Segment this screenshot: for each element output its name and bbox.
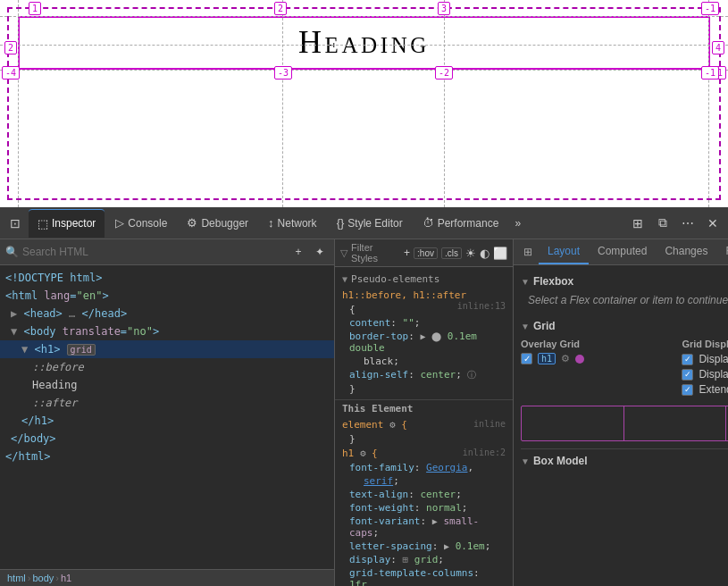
- pseudo-source: inline:13: [457, 301, 506, 311]
- tab-layout[interactable]: Layout: [539, 239, 589, 264]
- css-prop-font-family[interactable]: font-family: Georgia,: [335, 461, 513, 474]
- tab-performance[interactable]: ⏱ Performance: [414, 209, 508, 238]
- filter-label: Filter Styles: [351, 242, 397, 264]
- css-prop-display[interactable]: display: ⊞ grid;: [335, 553, 513, 566]
- pseudo-elements-section-header[interactable]: ▼ Pseudo-elements: [335, 271, 513, 288]
- css-val-border-arrow[interactable]: ▶: [420, 331, 425, 341]
- responsive-design-btn[interactable]: ⊞: [626, 212, 649, 235]
- breadcrumb-html[interactable]: html: [7, 573, 26, 583]
- css-grid-template-columns-val: 1fr: [349, 579, 367, 586]
- devtools-panel: ⊡ ⬚ Inspector ▷ Console ⚙ Debugger ↕ Net…: [0, 207, 728, 586]
- search-input[interactable]: [22, 246, 286, 258]
- css-prop-letter-spacing[interactable]: letter-spacing: ▶ 0.1em;: [335, 540, 513, 553]
- css-font-family-georgia[interactable]: Georgia: [426, 462, 467, 473]
- overlay-grid-col: Overlay Grid ✓ h1 ⚙: [521, 339, 667, 368]
- pick-element-btn[interactable]: ✦: [311, 243, 329, 261]
- grid-label-2-left: 2: [4, 41, 17, 54]
- tab-bar: ⊡ ⬚ Inspector ▷ Console ⚙ Debugger ↕ Net…: [0, 207, 728, 239]
- tab-more[interactable]: »: [509, 209, 526, 238]
- grid-section-header[interactable]: ▼ Grid: [521, 317, 728, 335]
- body-tag: <body translate="no">: [23, 325, 159, 338]
- inspector-tab-icon: ⬚: [38, 217, 48, 230]
- setting-area-names: ✓ Display area names: [682, 368, 728, 381]
- line-numbers-checkbox[interactable]: ✓: [682, 354, 693, 365]
- html-tag: <html lang="en">: [5, 289, 109, 302]
- pseudo-section-arrow: ▼: [342, 274, 347, 284]
- css-prop-content[interactable]: content: "";: [335, 316, 513, 330]
- tab-inspector[interactable]: ⬚ Inspector: [29, 209, 105, 238]
- tree-head[interactable]: ▶ <head> … </head>: [0, 305, 334, 322]
- split-console-btn[interactable]: ⧉: [651, 212, 674, 235]
- html-close-tag: </html>: [5, 450, 51, 463]
- add-node-btn[interactable]: +: [289, 243, 307, 261]
- grid-h1-gear-icon[interactable]: ⚙: [561, 353, 570, 364]
- css-prop-font-variant[interactable]: font-variant: ▶ small-caps;: [335, 515, 513, 540]
- font-variant-arrow[interactable]: ▶: [432, 516, 438, 526]
- css-panel: ▽ Filter Styles + :hov .cls ☀ ◐ ⬜ ▼ Pseu…: [335, 239, 514, 586]
- element-rule-header: element ⚙ { inline: [335, 417, 513, 432]
- element-source: inline: [473, 419, 506, 429]
- color-swatch-black[interactable]: ⬤: [431, 331, 441, 341]
- tree-before[interactable]: ::before: [0, 358, 334, 376]
- h1-gear-icon[interactable]: ⚙: [360, 448, 366, 459]
- this-element-label: This Element: [335, 399, 513, 417]
- extend-lines-checkbox[interactable]: ✓: [682, 384, 693, 396]
- flexbox-section-header[interactable]: ▼ Flexbox: [521, 272, 728, 290]
- tab-fonts[interactable]: Fonts: [716, 239, 728, 264]
- tab-debugger[interactable]: ⚙ Debugger: [178, 209, 257, 238]
- tab-network-label: Network: [278, 217, 317, 230]
- tab-computed[interactable]: Computed: [589, 239, 656, 264]
- tree-h1[interactable]: ▼ <h1> grid: [0, 340, 334, 358]
- tab-changes[interactable]: Changes: [656, 239, 716, 264]
- css-prop-border-color: black;: [335, 355, 513, 368]
- css-prop-grid-template-columns[interactable]: grid-template-columns: 1fr: [335, 566, 513, 586]
- grid-display-settings-title: Grid Display Settings: [682, 339, 728, 349]
- align-self-info-icon[interactable]: ⓘ: [467, 370, 476, 380]
- tree-html-close[interactable]: </html>: [0, 448, 334, 465]
- tab-console[interactable]: ▷ Console: [106, 209, 176, 238]
- tab-network[interactable]: ↕ Network: [259, 209, 326, 238]
- html-tree: <!DOCTYPE html> <html lang="en"> ▶ <head…: [0, 265, 334, 569]
- tree-after[interactable]: ::after: [0, 394, 334, 412]
- css-prop-border-top[interactable]: border-top: ▶ ⬤ 0.1em double: [335, 330, 513, 355]
- tree-body[interactable]: ▼ <body translate="no">: [0, 322, 334, 340]
- tree-h1-close[interactable]: </h1>: [0, 412, 334, 430]
- add-rule-btn[interactable]: +: [404, 247, 410, 259]
- color-scheme-btn[interactable]: ☀: [465, 247, 476, 260]
- cls-btn[interactable]: .cls: [441, 247, 462, 259]
- layout-content: ▼ Flexbox Select a Flex container or ite…: [514, 265, 728, 586]
- tree-html[interactable]: <html lang="en">: [0, 287, 334, 305]
- head-close-tag: </head>: [82, 307, 128, 320]
- css-font-variant-name: font-variant: [349, 515, 420, 527]
- flexbox-section-label: Flexbox: [533, 275, 573, 288]
- h1-tag: <h1>: [34, 343, 60, 356]
- dark-mode-btn[interactable]: ◐: [480, 247, 490, 260]
- css-prop-font-weight[interactable]: font-weight: normal;: [335, 501, 513, 515]
- css-prop-text-align[interactable]: text-align: center;: [335, 488, 513, 501]
- area-names-checkbox[interactable]: ✓: [682, 369, 693, 381]
- box-model-header[interactable]: ▼ Box Model: [521, 448, 728, 470]
- close-devtools-btn[interactable]: ✕: [701, 212, 724, 235]
- tree-doctype[interactable]: <!DOCTYPE html>: [0, 269, 334, 287]
- body-expand-arrow: ▼: [11, 325, 17, 338]
- grid-h1-checkbox[interactable]: ✓: [521, 353, 532, 364]
- filter-styles-bar: ▽ Filter Styles + :hov .cls ☀ ◐ ⬜: [335, 239, 513, 267]
- breadcrumb-body[interactable]: body: [32, 573, 54, 583]
- css-font-family-serif-val[interactable]: serif: [364, 475, 393, 487]
- breadcrumb: html › body › h1: [0, 569, 334, 586]
- element-gear-icon[interactable]: ⚙: [389, 419, 396, 431]
- layout-grid-icon[interactable]: ⊞: [517, 241, 539, 263]
- letter-spacing-arrow[interactable]: ▶: [444, 541, 449, 551]
- settings-btn[interactable]: ⋯: [676, 212, 699, 235]
- inspector-icon-btn[interactable]: ⊡: [4, 212, 27, 235]
- hov-btn[interactable]: :hov: [414, 247, 438, 259]
- breadcrumb-h1[interactable]: h1: [61, 573, 71, 583]
- tab-style-editor[interactable]: {} Style Editor: [328, 209, 412, 238]
- screenshot-btn[interactable]: ⬜: [493, 247, 507, 260]
- layout-tabs: ⊞ Layout Computed Changes Fonts Animatio…: [514, 239, 728, 265]
- css-prop-align-self-name: align-self: [349, 369, 408, 381]
- css-letter-spacing-val: 0.1em: [456, 540, 485, 552]
- css-prop-align-self[interactable]: align-self: center; ⓘ: [335, 368, 513, 382]
- tree-body-close[interactable]: </body>: [0, 430, 334, 448]
- tree-heading-text[interactable]: Heading: [0, 376, 334, 394]
